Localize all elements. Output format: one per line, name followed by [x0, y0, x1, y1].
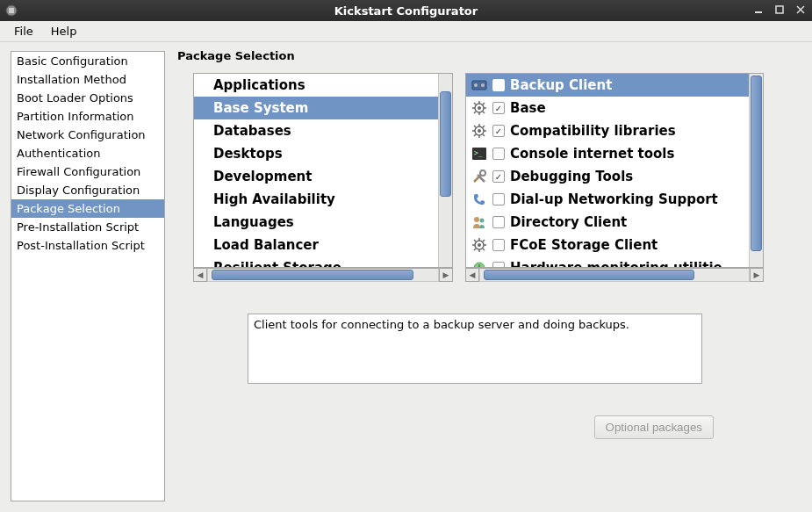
svg-point-37 — [478, 243, 481, 247]
package-checkbox[interactable]: ✓ — [492, 170, 505, 183]
section-title: Package Selection — [177, 49, 801, 62]
package-checkbox[interactable] — [492, 239, 505, 251]
category-row[interactable]: Load Balancer — [194, 234, 438, 256]
sidebar-item[interactable]: Authentication — [11, 144, 164, 162]
package-label: Compatibility libraries — [510, 123, 676, 139]
category-row[interactable]: Resilient Storage — [194, 256, 438, 267]
app-icon — [4, 3, 19, 18]
package-row[interactable]: Hardware monitoring utilitie — [466, 256, 749, 267]
sidebar-item[interactable]: Partition Information — [11, 107, 164, 126]
category-row[interactable]: Databases — [194, 119, 438, 142]
svg-line-15 — [474, 103, 476, 105]
svg-line-17 — [483, 103, 485, 105]
category-row[interactable]: Applications — [194, 74, 438, 97]
svg-line-25 — [474, 126, 476, 127]
categories-body[interactable]: ApplicationsBase SystemDatabasesDesktops… — [194, 74, 438, 267]
packages-list: Backup Client✓Base✓Compatibility librari… — [465, 73, 764, 268]
gear-icon — [471, 123, 487, 139]
package-row[interactable]: >_Console internet tools — [466, 142, 749, 165]
menubar: File Help — [0, 21, 812, 42]
category-row[interactable]: Development — [194, 165, 438, 188]
package-checkbox[interactable] — [492, 216, 505, 228]
scroll-left-button[interactable]: ◀ — [193, 268, 207, 282]
main-panel: Package Selection ApplicationsBase Syste… — [177, 51, 801, 501]
monitor-icon — [471, 260, 487, 267]
sidebar-item[interactable]: Display Configuration — [11, 181, 164, 199]
minimize-button[interactable] — [751, 3, 766, 17]
svg-point-10 — [478, 106, 481, 110]
terminal-icon: >_ — [471, 146, 487, 162]
packages-body[interactable]: Backup Client✓Base✓Compatibility librari… — [466, 74, 749, 267]
scroll-right-button[interactable]: ▶ — [750, 268, 764, 282]
category-row[interactable]: High Availability — [194, 188, 438, 211]
scroll-left-button[interactable]: ◀ — [465, 268, 479, 282]
svg-rect-3 — [776, 6, 783, 13]
window-titlebar: Kickstart Configurator — [0, 0, 812, 21]
scroll-thumb[interactable] — [212, 270, 413, 280]
package-label: Hardware monitoring utilitie — [510, 260, 722, 267]
svg-point-20 — [478, 129, 481, 133]
scroll-thumb[interactable] — [484, 270, 694, 280]
package-checkbox[interactable] — [492, 193, 505, 206]
gear-icon — [471, 237, 487, 253]
package-checkbox[interactable] — [492, 148, 505, 160]
category-row[interactable]: Languages — [194, 211, 438, 234]
package-row[interactable]: FCoE Storage Client — [466, 234, 749, 256]
packages-hscrollbar[interactable] — [479, 268, 750, 282]
sidebar-item[interactable]: Post-Installation Script — [11, 236, 164, 255]
package-row[interactable]: ✓Debugging Tools — [466, 165, 749, 188]
svg-line-44 — [483, 240, 485, 242]
categories-hscrollbar[interactable] — [207, 268, 439, 282]
svg-text:>_: >_ — [474, 149, 483, 157]
sidebar-item[interactable]: Boot Loader Options — [11, 89, 164, 107]
sidebar: Basic ConfigurationInstallation MethodBo… — [11, 51, 165, 501]
category-row[interactable]: Desktops — [194, 142, 438, 165]
phone-icon — [471, 191, 487, 207]
scroll-right-button[interactable]: ▶ — [439, 268, 453, 282]
categories-list: ApplicationsBase SystemDatabasesDesktops… — [193, 73, 453, 268]
optional-packages-button[interactable]: Optional packages — [594, 415, 714, 439]
sidebar-item[interactable]: Package Selection — [11, 199, 164, 218]
package-label: FCoE Storage Client — [510, 237, 658, 253]
svg-point-7 — [474, 83, 478, 87]
scroll-thumb[interactable] — [751, 76, 762, 251]
package-label: Console internet tools — [510, 146, 674, 162]
svg-line-42 — [474, 240, 476, 242]
sidebar-item[interactable]: Firewall Configuration — [11, 162, 164, 181]
tools-icon — [471, 169, 487, 184]
sidebar-item[interactable]: Basic Configuration — [11, 52, 164, 70]
svg-line-18 — [474, 112, 476, 113]
scroll-thumb[interactable] — [440, 91, 451, 197]
window-controls — [751, 3, 808, 17]
package-row[interactable]: Directory Client — [466, 211, 749, 234]
package-checkbox[interactable]: ✓ — [492, 125, 505, 137]
svg-point-32 — [480, 170, 485, 176]
svg-point-35 — [480, 219, 485, 223]
category-row[interactable]: Base System — [194, 97, 438, 119]
categories-hscroll: ◀ ▶ — [193, 268, 453, 282]
package-description: Client tools for connecting to a backup … — [248, 314, 702, 384]
svg-rect-2 — [755, 11, 762, 13]
package-row[interactable]: Dial-up Networking Support — [466, 188, 749, 211]
categories-vscrollbar[interactable] — [438, 74, 452, 267]
sidebar-item[interactable]: Network Configuration — [11, 126, 164, 144]
gear-icon — [471, 100, 487, 116]
menu-help[interactable]: Help — [42, 22, 86, 40]
svg-rect-1 — [9, 8, 14, 13]
package-checkbox[interactable] — [492, 262, 505, 267]
sidebar-item[interactable]: Pre-Installation Script — [11, 218, 164, 236]
menu-file[interactable]: File — [5, 22, 42, 40]
package-checkbox[interactable]: ✓ — [492, 102, 505, 114]
package-row[interactable]: Backup Client — [466, 74, 749, 97]
package-row[interactable]: ✓Compatibility libraries — [466, 119, 749, 142]
svg-line-26 — [483, 134, 485, 136]
sidebar-item[interactable]: Installation Method — [11, 70, 164, 89]
package-row[interactable]: ✓Base — [466, 97, 749, 119]
maximize-button[interactable] — [772, 3, 787, 17]
package-checkbox[interactable] — [492, 79, 505, 91]
package-label: Directory Client — [510, 214, 627, 230]
package-label: Debugging Tools — [510, 169, 633, 184]
packages-vscrollbar[interactable] — [749, 74, 763, 267]
close-button[interactable] — [793, 3, 808, 17]
svg-line-16 — [483, 112, 485, 113]
